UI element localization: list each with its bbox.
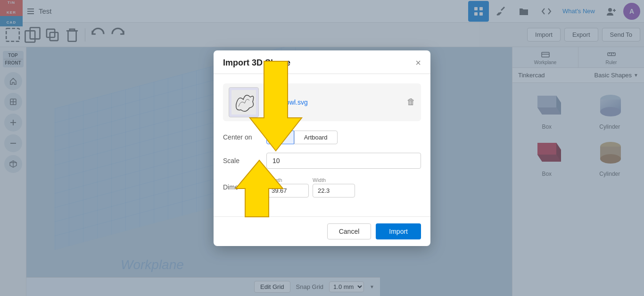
- scale-label: Scale: [223, 157, 261, 164]
- cancel-button[interactable]: Cancel: [327, 223, 372, 239]
- modal-header: Import 3D Shape ×: [214, 50, 430, 74]
- dim-fields: Length Width: [266, 177, 355, 197]
- center-on-row: Center on Art Artboard: [223, 131, 421, 144]
- scale-input[interactable]: [266, 153, 421, 169]
- scale-row: Scale: [223, 153, 421, 169]
- import-modal: Import 3D Shape × UcpUUowl.svg 🗑: [214, 50, 430, 246]
- modal-close-btn[interactable]: ×: [415, 58, 421, 67]
- file-thumbnail: [229, 87, 259, 117]
- import-button[interactable]: Import: [376, 223, 421, 239]
- file-delete-btn[interactable]: 🗑: [407, 97, 415, 107]
- art-btn[interactable]: Art: [266, 131, 294, 144]
- file-name-text: UcpUUowl.svg: [264, 99, 401, 106]
- width-field: Width: [313, 177, 355, 197]
- center-on-label: Center on: [223, 133, 261, 141]
- width-input[interactable]: [313, 184, 355, 197]
- center-on-group: Art Artboard: [266, 131, 338, 144]
- dimensions-row: Dime Length Width: [223, 177, 421, 197]
- dimensions-label: Dime: [223, 183, 261, 191]
- artboard-btn[interactable]: Artboard: [294, 131, 338, 144]
- length-input[interactable]: [266, 184, 309, 197]
- file-row: UcpUUowl.svg 🗑: [223, 83, 421, 121]
- width-label: Width: [313, 177, 355, 183]
- modal-title: Import 3D Shape: [223, 58, 290, 68]
- modal-footer: Cancel Import: [214, 216, 430, 246]
- modal-overlay[interactable]: Import 3D Shape × UcpUUowl.svg 🗑: [0, 0, 644, 296]
- length-field: Length: [266, 177, 309, 197]
- length-label: Length: [266, 177, 309, 183]
- modal-body: UcpUUowl.svg 🗑 Center on Art Artboard Sc…: [214, 74, 430, 216]
